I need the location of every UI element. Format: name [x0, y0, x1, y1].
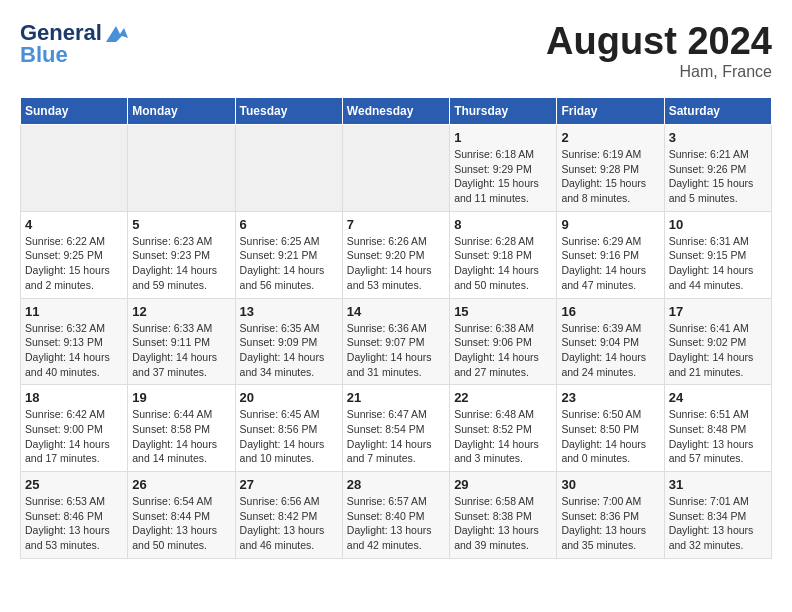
main-title: August 2024 — [546, 20, 772, 63]
day-number: 1 — [454, 130, 552, 145]
col-header-tuesday: Tuesday — [235, 98, 342, 125]
col-header-wednesday: Wednesday — [342, 98, 449, 125]
calendar-cell: 8Sunrise: 6:28 AM Sunset: 9:18 PM Daylig… — [450, 211, 557, 298]
day-info: Sunrise: 6:21 AM Sunset: 9:26 PM Dayligh… — [669, 147, 767, 206]
day-info: Sunrise: 6:56 AM Sunset: 8:42 PM Dayligh… — [240, 494, 338, 553]
calendar-week-1: 1Sunrise: 6:18 AM Sunset: 9:29 PM Daylig… — [21, 125, 772, 212]
day-number: 6 — [240, 217, 338, 232]
col-header-friday: Friday — [557, 98, 664, 125]
calendar-cell: 17Sunrise: 6:41 AM Sunset: 9:02 PM Dayli… — [664, 298, 771, 385]
calendar-cell: 12Sunrise: 6:33 AM Sunset: 9:11 PM Dayli… — [128, 298, 235, 385]
calendar-cell: 5Sunrise: 6:23 AM Sunset: 9:23 PM Daylig… — [128, 211, 235, 298]
calendar-cell: 4Sunrise: 6:22 AM Sunset: 9:25 PM Daylig… — [21, 211, 128, 298]
day-number: 28 — [347, 477, 445, 492]
logo: General Blue — [20, 20, 128, 68]
day-number: 18 — [25, 390, 123, 405]
day-number: 13 — [240, 304, 338, 319]
calendar-cell: 6Sunrise: 6:25 AM Sunset: 9:21 PM Daylig… — [235, 211, 342, 298]
day-number: 8 — [454, 217, 552, 232]
day-number: 21 — [347, 390, 445, 405]
day-number: 17 — [669, 304, 767, 319]
calendar-header-row: SundayMondayTuesdayWednesdayThursdayFrid… — [21, 98, 772, 125]
day-info: Sunrise: 6:31 AM Sunset: 9:15 PM Dayligh… — [669, 234, 767, 293]
day-number: 9 — [561, 217, 659, 232]
day-info: Sunrise: 7:01 AM Sunset: 8:34 PM Dayligh… — [669, 494, 767, 553]
calendar-cell: 22Sunrise: 6:48 AM Sunset: 8:52 PM Dayli… — [450, 385, 557, 472]
calendar-cell: 3Sunrise: 6:21 AM Sunset: 9:26 PM Daylig… — [664, 125, 771, 212]
day-info: Sunrise: 6:48 AM Sunset: 8:52 PM Dayligh… — [454, 407, 552, 466]
calendar-cell: 24Sunrise: 6:51 AM Sunset: 8:48 PM Dayli… — [664, 385, 771, 472]
calendar-week-4: 18Sunrise: 6:42 AM Sunset: 9:00 PM Dayli… — [21, 385, 772, 472]
calendar-cell: 14Sunrise: 6:36 AM Sunset: 9:07 PM Dayli… — [342, 298, 449, 385]
day-info: Sunrise: 6:41 AM Sunset: 9:02 PM Dayligh… — [669, 321, 767, 380]
day-number: 23 — [561, 390, 659, 405]
day-info: Sunrise: 6:26 AM Sunset: 9:20 PM Dayligh… — [347, 234, 445, 293]
subtitle: Ham, France — [546, 63, 772, 81]
logo-blue: Blue — [20, 42, 68, 68]
day-info: Sunrise: 6:38 AM Sunset: 9:06 PM Dayligh… — [454, 321, 552, 380]
calendar-cell: 29Sunrise: 6:58 AM Sunset: 8:38 PM Dayli… — [450, 472, 557, 559]
day-number: 15 — [454, 304, 552, 319]
svg-marker-0 — [106, 26, 128, 42]
day-info: Sunrise: 6:23 AM Sunset: 9:23 PM Dayligh… — [132, 234, 230, 293]
calendar-week-3: 11Sunrise: 6:32 AM Sunset: 9:13 PM Dayli… — [21, 298, 772, 385]
day-number: 22 — [454, 390, 552, 405]
day-info: Sunrise: 6:28 AM Sunset: 9:18 PM Dayligh… — [454, 234, 552, 293]
calendar-table: SundayMondayTuesdayWednesdayThursdayFrid… — [20, 97, 772, 559]
day-info: Sunrise: 6:32 AM Sunset: 9:13 PM Dayligh… — [25, 321, 123, 380]
day-number: 11 — [25, 304, 123, 319]
day-info: Sunrise: 6:51 AM Sunset: 8:48 PM Dayligh… — [669, 407, 767, 466]
col-header-saturday: Saturday — [664, 98, 771, 125]
calendar-week-5: 25Sunrise: 6:53 AM Sunset: 8:46 PM Dayli… — [21, 472, 772, 559]
col-header-sunday: Sunday — [21, 98, 128, 125]
day-info: Sunrise: 6:44 AM Sunset: 8:58 PM Dayligh… — [132, 407, 230, 466]
day-number: 5 — [132, 217, 230, 232]
page-header: General Blue August 2024 Ham, France — [20, 20, 772, 81]
title-block: August 2024 Ham, France — [546, 20, 772, 81]
calendar-cell — [342, 125, 449, 212]
calendar-cell: 13Sunrise: 6:35 AM Sunset: 9:09 PM Dayli… — [235, 298, 342, 385]
calendar-cell: 2Sunrise: 6:19 AM Sunset: 9:28 PM Daylig… — [557, 125, 664, 212]
calendar-cell: 10Sunrise: 6:31 AM Sunset: 9:15 PM Dayli… — [664, 211, 771, 298]
day-number: 3 — [669, 130, 767, 145]
day-number: 20 — [240, 390, 338, 405]
day-info: Sunrise: 6:39 AM Sunset: 9:04 PM Dayligh… — [561, 321, 659, 380]
day-info: Sunrise: 6:58 AM Sunset: 8:38 PM Dayligh… — [454, 494, 552, 553]
calendar-cell: 16Sunrise: 6:39 AM Sunset: 9:04 PM Dayli… — [557, 298, 664, 385]
day-info: Sunrise: 6:42 AM Sunset: 9:00 PM Dayligh… — [25, 407, 123, 466]
day-number: 12 — [132, 304, 230, 319]
calendar-cell: 31Sunrise: 7:01 AM Sunset: 8:34 PM Dayli… — [664, 472, 771, 559]
calendar-cell: 1Sunrise: 6:18 AM Sunset: 9:29 PM Daylig… — [450, 125, 557, 212]
day-number: 14 — [347, 304, 445, 319]
day-info: Sunrise: 6:47 AM Sunset: 8:54 PM Dayligh… — [347, 407, 445, 466]
calendar-cell: 23Sunrise: 6:50 AM Sunset: 8:50 PM Dayli… — [557, 385, 664, 472]
day-info: Sunrise: 6:45 AM Sunset: 8:56 PM Dayligh… — [240, 407, 338, 466]
day-number: 10 — [669, 217, 767, 232]
day-number: 4 — [25, 217, 123, 232]
day-info: Sunrise: 6:54 AM Sunset: 8:44 PM Dayligh… — [132, 494, 230, 553]
day-number: 16 — [561, 304, 659, 319]
calendar-cell: 15Sunrise: 6:38 AM Sunset: 9:06 PM Dayli… — [450, 298, 557, 385]
calendar-cell: 27Sunrise: 6:56 AM Sunset: 8:42 PM Dayli… — [235, 472, 342, 559]
day-info: Sunrise: 6:18 AM Sunset: 9:29 PM Dayligh… — [454, 147, 552, 206]
day-number: 27 — [240, 477, 338, 492]
day-number: 24 — [669, 390, 767, 405]
calendar-cell: 30Sunrise: 7:00 AM Sunset: 8:36 PM Dayli… — [557, 472, 664, 559]
day-info: Sunrise: 6:33 AM Sunset: 9:11 PM Dayligh… — [132, 321, 230, 380]
day-info: Sunrise: 6:22 AM Sunset: 9:25 PM Dayligh… — [25, 234, 123, 293]
calendar-cell — [21, 125, 128, 212]
day-number: 29 — [454, 477, 552, 492]
col-header-thursday: Thursday — [450, 98, 557, 125]
calendar-cell: 26Sunrise: 6:54 AM Sunset: 8:44 PM Dayli… — [128, 472, 235, 559]
calendar-cell: 28Sunrise: 6:57 AM Sunset: 8:40 PM Dayli… — [342, 472, 449, 559]
day-info: Sunrise: 6:29 AM Sunset: 9:16 PM Dayligh… — [561, 234, 659, 293]
calendar-cell: 11Sunrise: 6:32 AM Sunset: 9:13 PM Dayli… — [21, 298, 128, 385]
calendar-cell: 19Sunrise: 6:44 AM Sunset: 8:58 PM Dayli… — [128, 385, 235, 472]
calendar-cell — [235, 125, 342, 212]
day-number: 31 — [669, 477, 767, 492]
day-number: 26 — [132, 477, 230, 492]
day-info: Sunrise: 6:36 AM Sunset: 9:07 PM Dayligh… — [347, 321, 445, 380]
day-info: Sunrise: 7:00 AM Sunset: 8:36 PM Dayligh… — [561, 494, 659, 553]
calendar-cell: 18Sunrise: 6:42 AM Sunset: 9:00 PM Dayli… — [21, 385, 128, 472]
calendar-cell: 20Sunrise: 6:45 AM Sunset: 8:56 PM Dayli… — [235, 385, 342, 472]
